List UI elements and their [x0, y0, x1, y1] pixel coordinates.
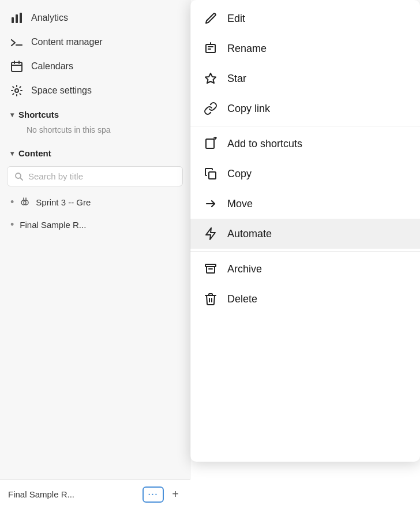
bottom-item-label: Final Sample R... [8, 489, 138, 499]
menu-item-edit-label: Edit [227, 13, 245, 25]
sidebar-item-space-settings-label: Space settings [31, 85, 92, 96]
svg-rect-24 [209, 172, 216, 179]
sidebar: Analytics Content manager Calendars [0, 0, 190, 509]
menu-item-rename-label: Rename [227, 43, 267, 55]
shortcuts-chevron-icon: ▾ [10, 111, 14, 119]
menu-item-archive[interactable]: Archive [190, 254, 420, 284]
search-placeholder: Search by title [28, 171, 83, 181]
automate-icon [203, 226, 218, 241]
svg-marker-26 [206, 228, 215, 239]
gear-icon [10, 84, 23, 97]
context-menu: Edit Rename Star Copy l [190, 0, 420, 462]
content-header-label: Content [18, 148, 51, 158]
rename-icon [203, 41, 218, 56]
menu-item-copy-link[interactable]: Copy link [190, 93, 420, 123]
svg-point-8 [15, 89, 18, 92]
sidebar-item-calendars-label: Calendars [31, 61, 73, 72]
calendar-icon [10, 60, 23, 73]
search-bar[interactable]: Search by title [7, 166, 183, 186]
menu-item-edit[interactable]: Edit [190, 3, 420, 33]
svg-rect-2 [20, 13, 22, 23]
sidebar-item-analytics[interactable]: Analytics [0, 6, 190, 30]
three-dots-button[interactable]: ··· [142, 486, 164, 503]
menu-item-archive-label: Archive [227, 263, 262, 275]
menu-item-copy[interactable]: Copy [190, 159, 420, 189]
page-icon [20, 197, 30, 208]
menu-item-automate[interactable]: Automate [190, 219, 420, 249]
menu-item-rename[interactable]: Rename [190, 33, 420, 63]
shortcuts-header-label: Shortcuts [18, 110, 59, 119]
star-icon [203, 71, 218, 86]
menu-item-copy-label: Copy [227, 168, 252, 180]
svg-line-10 [20, 178, 22, 180]
menu-item-move-label: Move [227, 198, 253, 210]
sidebar-item-calendars[interactable]: Calendars [0, 54, 190, 78]
copy-icon [203, 166, 218, 181]
svg-rect-0 [12, 17, 14, 23]
menu-item-move[interactable]: Move [190, 189, 420, 219]
link-icon [203, 101, 218, 116]
archive-icon [203, 261, 218, 276]
add-shortcuts-icon [203, 136, 218, 151]
edit-icon [203, 11, 218, 26]
list-item-final-sample[interactable]: • Final Sample R... [0, 214, 190, 236]
shortcuts-empty: No shortcuts in this spa [0, 123, 190, 141]
search-icon [14, 172, 24, 181]
bullet-icon-2: • [10, 219, 14, 231]
divider-2 [190, 251, 420, 252]
list-item-sprint3-label: Sprint 3 -- Gre [36, 197, 91, 207]
content-manager-icon [10, 36, 23, 48]
menu-item-copy-link-label: Copy link [227, 103, 270, 115]
menu-item-delete-label: Delete [227, 293, 257, 305]
sidebar-item-content-manager-label: Content manager [31, 37, 103, 47]
bar-chart-icon [10, 12, 23, 24]
move-icon [203, 196, 218, 211]
content-section-header[interactable]: ▾ Content [0, 141, 190, 162]
sidebar-item-analytics-label: Analytics [31, 13, 68, 23]
sidebar-item-space-settings[interactable]: Space settings [0, 78, 190, 103]
list-item-final-sample-label: Final Sample R... [20, 220, 86, 230]
list-item-sprint3[interactable]: • Sprint 3 -- Gre [0, 191, 190, 214]
sidebar-item-content-manager[interactable]: Content manager [0, 30, 190, 54]
svg-rect-1 [16, 14, 18, 23]
plus-button[interactable]: + [168, 485, 182, 503]
shortcuts-section-header[interactable]: ▾ Shortcuts [0, 103, 190, 123]
menu-item-star[interactable]: Star [190, 63, 420, 93]
bottom-bar: Final Sample R... ··· + [0, 479, 190, 509]
content-chevron-icon: ▾ [10, 149, 14, 158]
svg-rect-4 [12, 62, 22, 72]
menu-item-add-to-shortcuts[interactable]: Add to shortcuts [190, 129, 420, 159]
divider-1 [190, 126, 420, 126]
bullet-icon: • [10, 196, 14, 208]
svg-rect-21 [206, 139, 214, 148]
menu-item-star-label: Star [227, 73, 246, 85]
menu-item-add-to-shortcuts-label: Add to shortcuts [227, 138, 302, 150]
delete-icon [203, 291, 218, 306]
menu-item-delete[interactable]: Delete [190, 284, 420, 314]
svg-marker-20 [205, 73, 216, 83]
menu-item-automate-label: Automate [227, 228, 272, 240]
svg-rect-27 [205, 264, 216, 267]
